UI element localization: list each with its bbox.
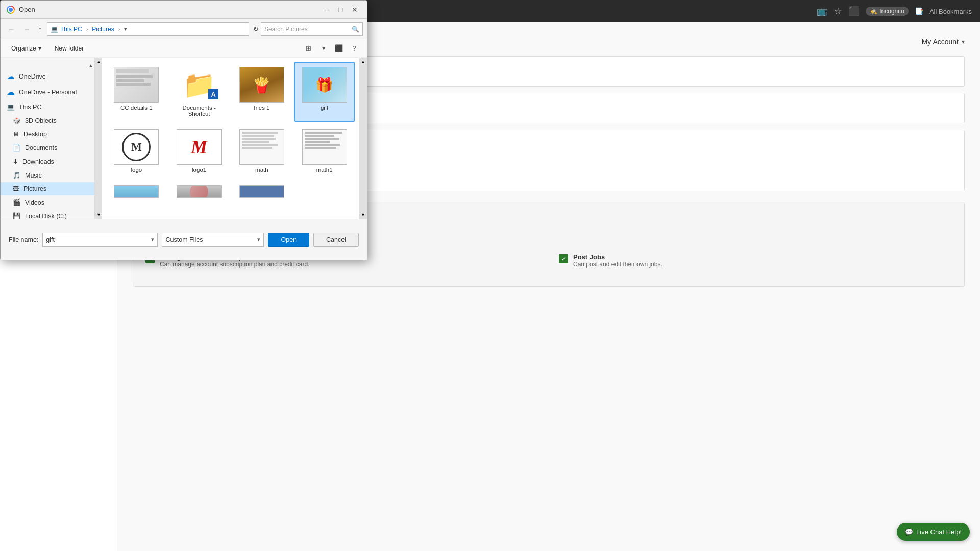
videos-icon: 🎬 [13,198,21,206]
nav-item-music[interactable]: 🎵 Music [1,168,94,182]
split-screen-icon[interactable]: ⬛ [848,6,860,17]
music-icon: 🎵 [13,171,21,179]
breadcrumb-dropdown-button[interactable]: ▾ [124,26,127,32]
bookmark-star-icon[interactable]: ☆ [834,6,842,17]
view-controls: ⊞ ▾ ⬛ ? [302,43,361,54]
file-item-logo[interactable]: M logo [106,124,167,178]
file-type-select[interactable]: Custom Files ▾ [162,233,264,247]
dialog-window-controls: ─ □ ✕ [320,4,361,16]
dialog-minimize-button[interactable]: ─ [320,4,332,16]
math-line6 [242,147,272,149]
file-item-math[interactable]: math [232,124,292,178]
search-icon[interactable]: 🔍 [352,26,359,33]
file-item-gift[interactable]: 🎁 gift [294,62,355,122]
file-item-fries[interactable]: 🍟 fries 1 [232,62,292,122]
math-line1 [242,132,278,134]
nav-item-onedrive[interactable]: ☁ OneDrive [1,68,94,84]
post-jobs-title: Post Jobs [573,253,663,261]
gift-thumb: 🎁 [302,67,347,103]
file-scroll-track [359,66,367,211]
logo1-name: logo1 [192,167,206,173]
dialog-titlebar: Open ─ □ ✕ [1,1,367,19]
chevron-down-icon: ▾ [962,38,965,45]
refresh-button[interactable]: ↻ [253,25,259,33]
all-bookmarks-label[interactable]: All Bookmarks [929,8,972,15]
math1-line2 [305,135,335,137]
organize-arrow-icon: ▾ [38,45,41,52]
file-scrollbar: ▲ ▼ [359,58,367,219]
breadcrumb-pictures[interactable]: Pictures [92,26,114,33]
logo-preview: M [114,130,158,164]
organize-button[interactable]: Organize ▾ [7,43,46,54]
nav-item-pictures[interactable]: 🖼 Pictures [1,182,94,195]
nav-scroll-up-btn[interactable]: ▲ [95,58,102,66]
post-jobs-check[interactable]: ✓ [559,254,568,263]
up-button[interactable]: ↑ [35,23,45,35]
live-chat-label: Live Chat Help! [916,528,962,536]
footer-inputs: File name: gift ▾ Custom Files ▾ Open Ca… [9,233,359,247]
file-item-documents-shortcut[interactable]: 📁 A Documents - Shortcut [169,62,230,122]
nav-this-pc-label: This PC [19,104,41,111]
address-bar: 💻 This PC › Pictures › ▾ [47,22,249,36]
filename-value: gift [46,236,55,243]
bookmarks-icon[interactable]: 📑 [915,7,923,15]
back-button[interactable]: ← [5,23,18,35]
filename-input-container[interactable]: gift ▾ [42,233,158,247]
file-item-math1[interactable]: math1 [294,124,355,178]
nav-item-onedrive-personal[interactable]: ☁ OneDrive - Personal [1,84,94,100]
pictures-icon: 🖼 [13,185,19,192]
preview-pane-button[interactable]: ⬛ [332,43,346,54]
nav-item-3d-objects[interactable]: 🎲 3D Objects [1,114,94,128]
partial-2-avatar [190,185,208,198]
file-item-partial-1[interactable] [106,180,167,203]
filename-dropdown-icon[interactable]: ▾ [151,236,154,243]
file-item-partial-2[interactable] [169,180,230,203]
forward-button[interactable]: → [20,23,33,35]
nav-item-downloads[interactable]: ⬇ Downloads [1,155,94,168]
file-scroll-up-button[interactable]: ▲ [359,58,367,66]
file-scroll-down-button[interactable]: ▼ [359,211,367,219]
gift-preview: 🎁 [303,67,347,102]
post-jobs-permission: ✓ Post Jobs Can post and edit their own … [559,253,952,268]
file-item-partial-3[interactable] [232,180,292,203]
footer-action-buttons: Open Cancel [268,233,359,247]
file-item-logo1[interactable]: M logo1 [169,124,230,178]
filetype-dropdown-icon: ▾ [257,236,260,243]
nav-item-documents[interactable]: 📄 Documents [1,141,94,155]
nav-item-local-disk[interactable]: 💾 Local Disk (C:) [1,209,94,219]
new-folder-button[interactable]: New folder [50,43,88,54]
this-pc-icon: 💻 [7,103,15,111]
my-account-title[interactable]: My Account [922,38,959,46]
nav-3d-objects-label: 3D Objects [25,117,57,124]
nav-music-label: Music [25,172,42,179]
nav-scroll-up-button[interactable]: ▲ [88,63,93,68]
search-box: Search Pictures 🔍 [261,22,363,36]
dialog-main: ▲ ☁ OneDrive ☁ OneDrive - Personal 💻 Thi… [1,58,367,219]
nav-item-videos[interactable]: 🎬 Videos [1,195,94,209]
help-button[interactable]: ? [348,43,361,54]
logo1-letter: M [191,136,207,158]
cancel-button[interactable]: Cancel [313,233,359,247]
file-item-cc-details[interactable]: CC details 1 [106,62,167,122]
open-button[interactable]: Open [268,233,309,247]
cc-details-preview [114,67,158,102]
3d-objects-icon: 🎲 [13,117,21,124]
cast-icon[interactable]: 📺 [817,6,828,17]
math-line2 [242,135,274,137]
live-chat-button[interactable]: 💬 Live Chat Help! [897,523,970,541]
nav-pictures-label: Pictures [23,185,46,192]
dialog-close-button[interactable]: ✕ [349,4,361,16]
fries-name: fries 1 [254,105,270,111]
math-preview [240,130,284,164]
view-layout-button[interactable]: ⊞ [302,43,315,54]
nav-item-desktop[interactable]: 🖥 Desktop [1,128,94,141]
filetype-value: Custom Files [165,236,203,243]
breadcrumb-sep-1: › [86,26,88,32]
post-jobs-desc: Can post and edit their own jobs. [573,261,663,268]
dialog-maximize-button[interactable]: □ [334,4,347,16]
breadcrumb-this-pc[interactable]: This PC [60,26,82,33]
nav-item-this-pc[interactable]: 💻 This PC [1,100,94,114]
nav-scroll-down-btn[interactable]: ▼ [95,211,102,219]
view-dropdown-button[interactable]: ▾ [317,43,330,54]
math1-line3 [305,138,340,140]
